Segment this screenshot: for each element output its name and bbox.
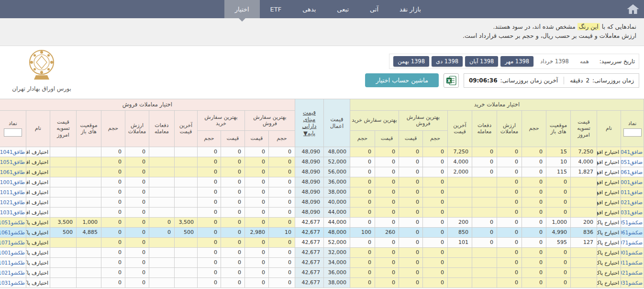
call-buy-vol-cell: 0 — [350, 157, 375, 167]
excel-export-button[interactable]: X — [444, 73, 459, 88]
put-symbol-link[interactable]: طکشو1051 — [0, 220, 25, 225]
put-buy-vol-cell: 0 — [197, 237, 221, 247]
call-last-cell: 7,250 — [448, 147, 472, 157]
put-symbol-link[interactable]: طافق11001 — [0, 179, 25, 185]
put-symbol-link[interactable]: طافق11051 — [0, 159, 25, 165]
put-symbol-link[interactable]: طکشو1021 — [0, 270, 25, 276]
maturity-option-khordad[interactable]: 1398 خرداد — [536, 56, 573, 67]
put-symbol-link[interactable]: طافق11041 — [0, 149, 25, 155]
put-buy-vol-cell: 0 — [197, 207, 221, 217]
call-symbol-link[interactable]: ضافق11051 — [621, 159, 643, 165]
call-last-cell: 850 — [448, 227, 472, 237]
tab-bazar-naghd[interactable]: بازار نقد — [389, 0, 432, 18]
put-symbol-link[interactable]: طکشو1071 — [0, 240, 25, 245]
call-symbol-link[interactable]: ضکشو1071 — [621, 240, 643, 245]
call-trades-cell — [472, 197, 497, 207]
home-button[interactable] — [622, 0, 644, 18]
put-symbol-cell: طکشو1071 — [0, 237, 26, 247]
tab-bedehi[interactable]: بدهی — [292, 0, 326, 18]
tse-emblem-icon — [22, 48, 61, 82]
call-vol-cell: 0 — [522, 207, 546, 217]
put-sell-price-cell: 2,980 — [244, 227, 268, 237]
call-symbol-link[interactable]: ضافق11041 — [621, 149, 643, 155]
call-trades-cell — [472, 247, 497, 257]
call-symbol-cell: ضافق11001 — [621, 177, 644, 187]
call-symbol-link[interactable]: ضافق11031 — [621, 209, 643, 215]
put-buy-price-cell: 0 — [221, 237, 244, 247]
maturity-option-aban[interactable]: 1398 آبان — [465, 56, 498, 67]
put-symbol-link[interactable]: طکشو1001 — [0, 250, 25, 255]
call-symbol-cell: ضافق11061 — [621, 167, 644, 177]
base-price-sort-link[interactable]: قیمت مبنای دارایی پایه▼ — [302, 109, 317, 137]
call-name-cell: اختیارخ پاک — [597, 277, 621, 288]
put-symbol-cell: طکشو1001 — [0, 247, 26, 257]
put-pos-cell — [76, 147, 101, 157]
put-symbol-link[interactable]: طافق11021 — [0, 199, 25, 205]
put-symbol-link[interactable]: طافق11011 — [0, 189, 25, 195]
call-symbol-filter-input[interactable] — [623, 128, 642, 137]
put-buy-vol-cell: 0 — [197, 267, 221, 277]
call-buy-vol-cell: 0 — [350, 247, 375, 257]
call-symbol-link[interactable]: ضکشو1011 — [621, 260, 643, 266]
call-symbol-link[interactable]: ضکشو1051 — [621, 220, 643, 225]
put-symbol-cell: طافق11021 — [0, 197, 26, 207]
call-settle-cell: 127 — [571, 237, 597, 247]
maturity-option-mehr[interactable]: 1398 مهر — [500, 56, 533, 67]
maturity-option-bahman[interactable]: 1398 بهمن — [393, 56, 429, 67]
call-pos-cell: 0 — [546, 277, 571, 288]
put-sell-volume-subheader: حجم — [268, 130, 295, 147]
put-pos-cell — [76, 277, 101, 288]
call-symbol-link[interactable]: ضکشو1031 — [621, 280, 643, 286]
call-symbol-link[interactable]: ضکشو1061 — [621, 230, 643, 235]
put-sell-price-cell: 0 — [244, 187, 268, 197]
call-symbol-link[interactable]: ضافق11061 — [621, 169, 643, 175]
call-symbol-link[interactable]: ضافق11021 — [621, 199, 643, 205]
put-symbol-link[interactable]: طافق11031 — [0, 209, 25, 215]
put-options-group-header: اختیار معاملات فروش — [0, 99, 295, 110]
put-sell-price-cell: 0 — [244, 157, 268, 167]
put-sell-price-cell: 0 — [244, 257, 268, 267]
put-symbol-link[interactable]: طکشو1031 — [0, 280, 25, 286]
call-val-cell: 0 — [497, 187, 522, 197]
call-sell-price-cell: 0 — [399, 177, 423, 187]
put-buy-price-cell: 0 — [221, 227, 244, 237]
put-symbol-link[interactable]: طکشو1061 — [0, 230, 25, 235]
put-symbol-link[interactable]: طافق11061 — [0, 169, 25, 175]
maturity-option-all[interactable]: همه — [576, 56, 593, 67]
call-settle-cell — [571, 207, 597, 217]
call-symbol-link[interactable]: ضکشو1021 — [621, 270, 643, 276]
put-vol-cell: 0 — [101, 267, 125, 277]
put-symbol-link[interactable]: طکشو1011 — [0, 260, 25, 266]
maturity-option-dey[interactable]: 1398 دی — [432, 56, 463, 67]
put-sell-vol-cell: 0 — [268, 157, 295, 167]
tab-ati[interactable]: آتی — [359, 0, 389, 18]
call-val-cell: 0 — [497, 277, 522, 288]
call-symbol-link[interactable]: ضافق11001 — [621, 179, 643, 185]
call-settle-cell: 836 — [571, 227, 597, 237]
call-symbol-link[interactable]: ضافق11011 — [621, 189, 643, 195]
put-name-header: نام — [26, 110, 50, 147]
tab-ekhtiar[interactable]: اختیار — [224, 0, 260, 18]
call-symbol-cell: ضافق11021 — [621, 197, 644, 207]
put-val-cell: 0 — [125, 167, 149, 177]
strike-cell: 52,000 — [323, 237, 350, 247]
option-calculator-button[interactable]: ماشین حساب اختیار — [365, 73, 438, 87]
tab-etf[interactable]: ETF — [260, 0, 292, 18]
call-val-cell: 0 — [497, 147, 522, 157]
strike-cell: 48,000 — [323, 147, 350, 157]
tab-tabei[interactable]: تبعی — [326, 0, 359, 18]
put-name-cell: اختیارف افق — [26, 147, 50, 157]
call-val-cell: 0 — [497, 267, 522, 277]
call-vol-cell: 0 — [522, 157, 546, 167]
put-buy-price-cell: 0 — [221, 207, 244, 217]
put-pos-cell — [76, 187, 101, 197]
put-symbol-filter-input[interactable] — [4, 128, 22, 137]
put-trades-cell — [149, 237, 174, 247]
call-open-positions-header: موقعیت های باز — [546, 110, 571, 147]
base-cell: 42,677 — [295, 257, 323, 267]
options-table-body: ضافق11041اختیارخ افق7,250150007,25000004… — [0, 147, 644, 288]
call-symbol-link[interactable]: ضکشو1001 — [621, 250, 643, 255]
call-vol-cell: 0 — [522, 187, 546, 197]
call-trade-count-header: دفعات معامله — [472, 110, 497, 147]
call-sell-price-cell: 0 — [399, 157, 423, 167]
